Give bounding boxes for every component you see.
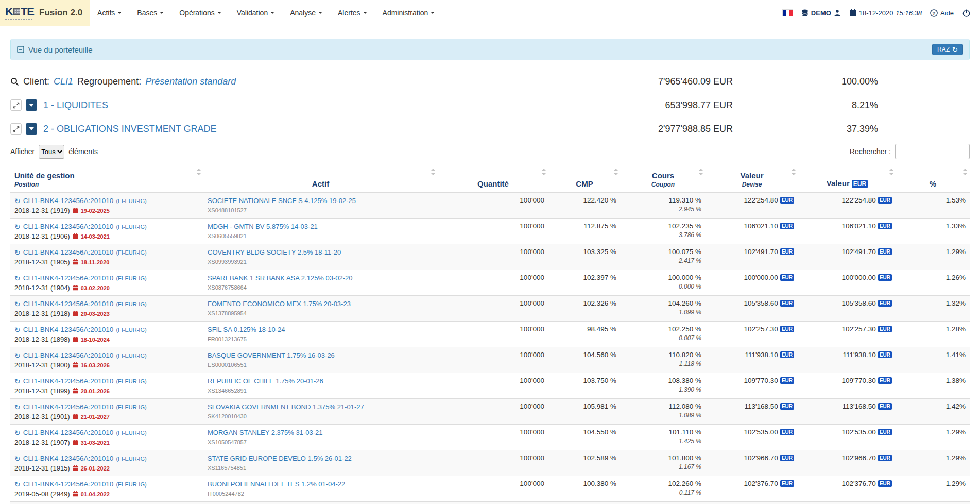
percent-cell: 1.29% xyxy=(896,244,970,270)
datetime: 18-12-2020 15:16:38 xyxy=(849,9,922,17)
col-header-quantite[interactable]: Quantité xyxy=(438,163,548,192)
percent-cell: 1.42% xyxy=(896,398,970,424)
menu-item[interactable]: Bases xyxy=(129,0,171,26)
unit-type: (FI-EUR-IG) xyxy=(116,248,146,257)
sort-icon[interactable] xyxy=(197,169,201,175)
actif-link[interactable]: SPAREBANK 1 SR BANK ASA 2.125% 03-02-20 xyxy=(208,274,434,283)
value-devise: 102'376.70 xyxy=(744,480,778,488)
group-link[interactable]: 1 - LIQUIDITES xyxy=(43,100,108,111)
sync-icon[interactable]: ↻ xyxy=(14,275,21,282)
unit-type: (FI-EUR-IG) xyxy=(116,222,146,231)
col-header-actif[interactable]: Actif xyxy=(203,163,438,192)
expand-icon[interactable] xyxy=(10,99,22,111)
unit-link[interactable]: CLI1-BNK4-123456A:201010 xyxy=(23,274,114,283)
sort-icon[interactable] xyxy=(963,169,967,175)
col-header-cmp[interactable]: CMP xyxy=(548,163,621,192)
page-length-select[interactable]: Tous xyxy=(39,145,64,159)
collapse-icon[interactable] xyxy=(17,46,24,53)
search-input[interactable] xyxy=(895,144,970,159)
unit-link[interactable]: CLI1-BNK4-123456A:201010 xyxy=(23,428,114,438)
sort-icon[interactable] xyxy=(614,169,618,175)
menu-item[interactable]: Actifs xyxy=(90,0,129,26)
sync-icon[interactable]: ↻ xyxy=(14,481,21,488)
col-header-valeur-devise[interactable]: Valeur Devise xyxy=(706,163,798,192)
sync-icon[interactable]: ↻ xyxy=(14,455,21,462)
unit-link[interactable]: CLI1-BNK4-123456A:201010 xyxy=(23,196,114,206)
help-label: Aide xyxy=(940,9,954,17)
isin-code: XS1165754851 xyxy=(208,464,434,472)
coupon-value: 1.118 % xyxy=(625,360,701,367)
menu-item[interactable]: Analyse xyxy=(282,0,330,26)
position-date: 2018-12-31 (1898) xyxy=(14,335,70,344)
unit-link[interactable]: CLI1-BNK4-123456A:201010 xyxy=(23,351,114,360)
quantity-cell: 100'000 xyxy=(438,373,548,398)
quantity-cell: 100'000 xyxy=(438,321,548,347)
sync-icon[interactable]: ↻ xyxy=(14,300,21,308)
sync-icon[interactable]: ↻ xyxy=(14,249,21,256)
coupon-value: 0.000 % xyxy=(625,283,701,290)
unit-link[interactable]: CLI1-BNK4-123456A:201010 xyxy=(23,299,114,309)
menu-item[interactable]: Alertes xyxy=(330,0,375,26)
unit-link[interactable]: CLI1-BNK4-123456A:201010 xyxy=(23,454,114,463)
regroupement-link[interactable]: Présentation standard xyxy=(145,76,236,87)
expand-icon[interactable] xyxy=(10,123,22,135)
actif-link[interactable]: SOCIETE NATIONALE SNCF S 4.125% 19-02-25 xyxy=(208,196,434,206)
col-header-cours[interactable]: Cours Coupon xyxy=(621,163,706,192)
collapse-group-icon[interactable] xyxy=(26,123,37,135)
actif-link[interactable]: REPUBLIC OF CHILE 1.75% 20-01-26 xyxy=(208,377,434,386)
user-menu[interactable]: DEMO xyxy=(801,9,841,17)
col-header-percent[interactable]: % xyxy=(896,163,970,192)
table-row: ↻ CLI1-BNK4-123456A:201010 (FI-EUR-IG) 2… xyxy=(10,192,970,218)
actif-link[interactable]: COVENTRY BLDG SOCIETY 2.5% 18-11-20 xyxy=(208,248,434,257)
sync-icon[interactable]: ↻ xyxy=(14,223,21,230)
actif-link[interactable]: BASQUE GOVERNMENT 1.75% 16-03-26 xyxy=(208,351,434,360)
unit-link[interactable]: CLI1-BNK4-123456A:201010 xyxy=(23,377,114,386)
power-icon[interactable] xyxy=(962,9,971,18)
client-link[interactable]: CLI1 xyxy=(54,76,73,87)
unit-link[interactable]: CLI1-BNK4-123456A:201010 xyxy=(23,402,114,412)
currency-badge: EUR xyxy=(780,455,794,461)
sync-icon[interactable]: ↻ xyxy=(14,378,21,385)
french-flag-icon[interactable] xyxy=(782,9,793,16)
col-header-unite[interactable]: Unité de gestion Position xyxy=(10,163,203,192)
username: DEMO xyxy=(811,9,831,17)
actif-link[interactable]: FOMENTO ECONOMICO MEX 1.75% 20-03-23 xyxy=(208,299,434,309)
unit-link[interactable]: CLI1-BNK4-123456A:201010 xyxy=(23,222,114,231)
col-header-valeur-eur[interactable]: ValeurEUR xyxy=(798,163,896,192)
sync-icon[interactable]: ↻ xyxy=(14,197,21,205)
actif-link[interactable]: MORGAN STANLEY 2.375% 31-03-21 xyxy=(208,428,434,438)
sort-icon[interactable] xyxy=(792,169,796,175)
actif-link[interactable]: MDGH - GMTN BV 5.875% 14-03-21 xyxy=(208,222,434,231)
maturity-date: 19-02-2025 xyxy=(81,207,110,215)
raz-button[interactable]: RAZ ↻ xyxy=(932,44,963,55)
sync-icon[interactable]: ↻ xyxy=(14,429,21,436)
help-menu[interactable]: ? Aide xyxy=(930,9,954,17)
sort-icon[interactable] xyxy=(431,169,435,175)
group-link[interactable]: 2 - OBLIGATIONS INVESTMENT GRADE xyxy=(43,124,216,135)
sync-icon[interactable]: ↻ xyxy=(14,404,21,411)
actif-link[interactable]: BUONI POLIENNALI DEL TES 1.2% 01-04-22 xyxy=(208,480,434,489)
sync-icon[interactable]: ↻ xyxy=(14,352,21,359)
sort-icon[interactable] xyxy=(542,169,546,175)
unit-link[interactable]: CLI1-BNK4-123456A:201010 xyxy=(23,325,114,334)
price-value: 101.800 % xyxy=(625,454,701,462)
elements-label: éléments xyxy=(68,147,98,156)
menu-item[interactable]: Validation xyxy=(229,0,282,26)
unit-link[interactable]: CLI1-BNK4-123456A:201010 xyxy=(23,248,114,257)
menu-item[interactable]: Opérations xyxy=(171,0,229,26)
sync-icon[interactable]: ↻ xyxy=(14,326,21,333)
unit-link[interactable]: CLI1-BNK4-123456A:201010 xyxy=(23,480,114,489)
table-row: ↻ CLI1-BNK4-123456A:201010 (FI-EUR-IG) 2… xyxy=(10,424,970,450)
calendar-red-icon xyxy=(73,440,78,445)
actif-link[interactable]: STATE GRID EUROPE DEVELO 1.5% 26-01-22 xyxy=(208,454,434,463)
menu-item[interactable]: Administration xyxy=(375,0,443,26)
sort-icon[interactable] xyxy=(889,169,893,175)
calendar-red-icon xyxy=(73,285,78,291)
sort-icon[interactable] xyxy=(699,169,703,175)
maturity-date: 03-02-2020 xyxy=(81,284,110,292)
chevron-down-icon xyxy=(363,12,367,14)
currency-badge: EUR xyxy=(878,480,892,487)
collapse-group-icon[interactable] xyxy=(26,99,37,111)
actif-link[interactable]: SLOVAKIA GOVERNMENT BOND 1.375% 21-01-27 xyxy=(208,402,434,412)
actif-link[interactable]: SFIL SA 0.125% 18-10-24 xyxy=(208,325,434,334)
